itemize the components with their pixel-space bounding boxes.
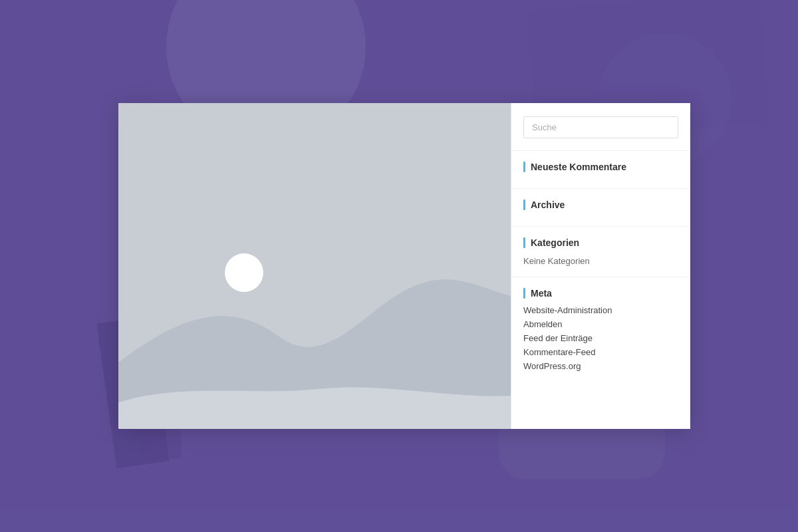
search-input[interactable] [523,116,678,138]
card-image-placeholder [118,103,511,429]
section-accent-icon [523,200,525,210]
section-archive: Archive [511,189,690,227]
meta-link-kommentare-feed[interactable]: Kommentare-Feed [523,347,678,357]
meta-link-wordpress-org[interactable]: WordPress.org [523,361,678,371]
section-accent-icon [523,162,525,172]
meta-link-admin[interactable]: Website-Administration [523,305,678,315]
section-neueste-kommentare: Neueste Kommentare [511,151,690,189]
section-meta: Meta Website-Administration Abmelden Fee… [511,277,690,384]
section-title-archive: Archive [523,200,678,210]
search-box [511,103,690,151]
section-title-neueste-kommentare: Neueste Kommentare [523,162,678,172]
section-kategorien: Kategorien Keine Kategorien [511,227,690,277]
section-title-kategorien: Kategorien [523,237,678,248]
sidebar: Neueste Kommentare Archive Kategorien Ke… [511,103,690,429]
section-title-meta: Meta [523,288,678,299]
no-category-text: Keine Kategorien [523,255,678,267]
meta-link-feed-eintraege[interactable]: Feed der Einträge [523,333,678,343]
image-placeholder-circle [225,253,263,292]
section-accent-icon [523,288,525,299]
meta-link-abmelden[interactable]: Abmelden [523,319,678,329]
section-accent-icon [523,237,525,248]
main-card: Neueste Kommentare Archive Kategorien Ke… [118,103,690,429]
